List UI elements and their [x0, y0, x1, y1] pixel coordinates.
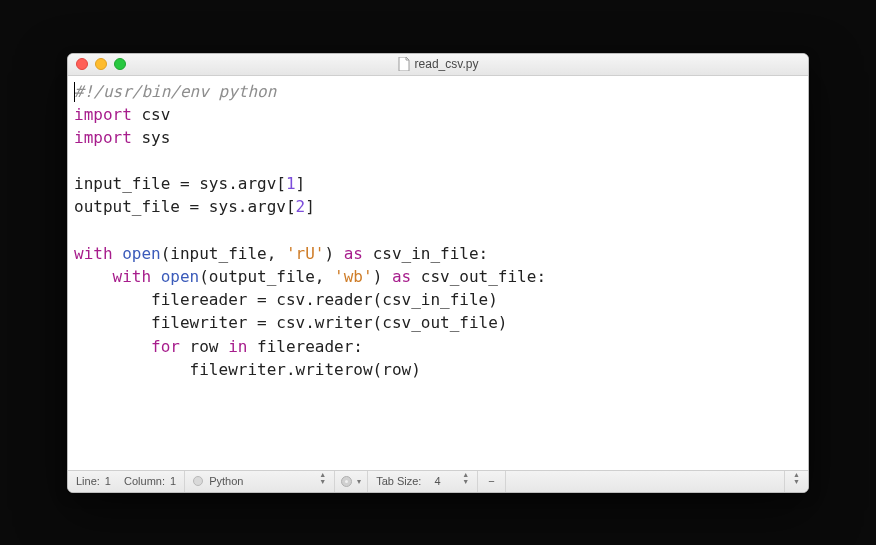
right-stepper[interactable]: ▲▼ [785, 471, 808, 492]
zoom-button[interactable] [114, 58, 126, 70]
window-title: read_csv.py [415, 57, 479, 71]
stepper-icon[interactable]: ▲▼ [462, 475, 469, 488]
minus-icon: − [488, 475, 494, 487]
file-icon [398, 57, 410, 71]
text-cursor [74, 82, 75, 102]
titlebar[interactable]: read_csv.py [68, 54, 808, 76]
traffic-lights [76, 58, 126, 70]
minimize-button[interactable] [95, 58, 107, 70]
column-label: Column: [124, 475, 165, 487]
column-number: 1 [170, 475, 176, 487]
code-content: #!/usr/bin/env python import csv import … [74, 80, 802, 381]
line-label: Line: [76, 475, 100, 487]
window-title-area: read_csv.py [68, 57, 808, 71]
code-editor[interactable]: #!/usr/bin/env python import csv import … [68, 76, 808, 470]
settings-button[interactable]: ▾ [335, 471, 368, 492]
syntax-selector[interactable]: Python ▲▼ [185, 471, 335, 492]
tab-size-selector[interactable]: Tab Size: 4 ▲▼ [368, 471, 478, 492]
language-label: Python [209, 475, 243, 487]
editor-window: read_csv.py #!/usr/bin/env python import… [67, 53, 809, 493]
stepper-icon[interactable]: ▲▼ [319, 475, 326, 488]
gear-icon [341, 476, 352, 487]
cursor-position[interactable]: Line: 1 Column: 1 [68, 471, 185, 492]
statusbar-spacer [506, 471, 785, 492]
tabsize-label: Tab Size: [376, 475, 421, 487]
statusbar: Line: 1 Column: 1 Python ▲▼ ▾ Tab Size: … [68, 470, 808, 492]
close-button[interactable] [76, 58, 88, 70]
language-icon [193, 476, 203, 486]
wrap-toggle[interactable]: − [478, 471, 505, 492]
tabsize-value: 4 [434, 475, 440, 487]
line-number: 1 [105, 475, 111, 487]
stepper-icon: ▲▼ [793, 475, 800, 488]
